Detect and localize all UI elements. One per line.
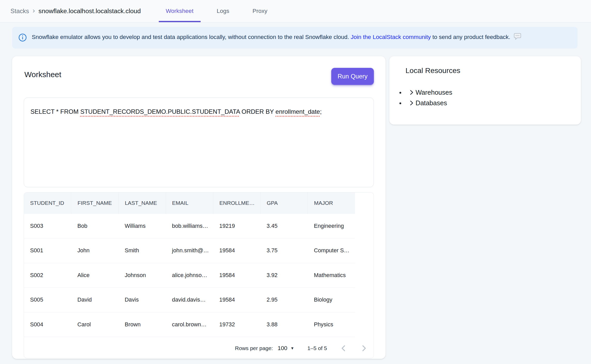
sql-table-identifier: STUDENT_RECORDS_DEMO.PUBLIC.STUDENT_DATA	[80, 108, 240, 115]
cell-first-name: Carol	[71, 312, 119, 337]
chevron-left-icon	[339, 344, 348, 353]
cell-enrollment: 19584	[213, 263, 260, 288]
cell-email: david.davis…	[166, 288, 213, 312]
worksheet-title: Worksheet	[25, 70, 374, 79]
cell-first-name: Bob	[71, 214, 119, 238]
cell-last-name: Williams	[119, 214, 166, 238]
tree-item-databases[interactable]: Databases	[399, 99, 572, 107]
breadcrumb-current-stack: snowflake.localhost.localstack.cloud	[38, 7, 141, 15]
cell-enrollment: 19584	[213, 288, 260, 312]
cell-student-id: S004	[24, 312, 71, 337]
tab-logs[interactable]: Logs	[210, 0, 236, 22]
next-page-button[interactable]	[358, 342, 370, 354]
cell-gpa: 3.88	[261, 312, 308, 337]
breadcrumb: Stacks › snowflake.localhost.localstack.…	[11, 0, 141, 22]
column-header-major: MAJOR	[308, 192, 355, 214]
breadcrumb-stacks-link[interactable]: Stacks	[11, 7, 29, 15]
cell-last-name: Brown	[119, 312, 166, 337]
table-row: S001 John Smith john.smith@… 19584 3.75 …	[24, 238, 355, 263]
banner-text-after: to send any product feedback.	[431, 34, 510, 40]
run-query-button[interactable]: Run Query	[331, 68, 374, 85]
tab-bar: Worksheet Logs Proxy	[159, 0, 274, 22]
cell-student-id: S005	[24, 288, 71, 312]
info-banner: Snowflake emulator allows you to develop…	[12, 27, 578, 48]
cell-gpa: 3.92	[261, 263, 308, 288]
column-header-gpa: GPA	[261, 192, 308, 214]
tab-worksheet[interactable]: Worksheet	[159, 0, 200, 22]
cell-major: Computer S…	[308, 238, 355, 263]
info-icon	[18, 33, 27, 42]
cell-gpa: 2.95	[261, 288, 308, 312]
column-header-email: EMAIL	[166, 192, 213, 214]
top-navigation-bar: Stacks › snowflake.localhost.localstack.…	[0, 0, 591, 22]
query-results-panel: STUDENT_ID FIRST_NAME LAST_NAME EMAIL EN…	[24, 192, 374, 358]
cell-gpa: 3.75	[261, 238, 308, 263]
cell-email: bob.williams…	[166, 214, 213, 238]
tree-item-label: Warehouses	[416, 89, 452, 96]
local-resources-tree: Warehouses Databases	[399, 89, 572, 107]
breadcrumb-separator-icon: ›	[33, 7, 35, 15]
cell-student-id: S001	[24, 238, 71, 263]
table-row: S002 Alice Johnson alice.johnso… 19584 3…	[24, 263, 355, 288]
table-pagination: Rows per page: 100 ▼ 1–5 of 5	[24, 337, 374, 358]
table-row: S005 David Davis david.davis… 19584 2.95…	[24, 288, 355, 312]
column-header-first-name: FIRST_NAME	[71, 192, 119, 214]
sql-column-identifier: enrollment_date	[275, 108, 320, 115]
cell-enrollment: 19219	[213, 214, 260, 238]
column-header-student-id: STUDENT_ID	[24, 192, 71, 214]
cell-student-id: S002	[24, 263, 71, 288]
previous-page-button[interactable]	[338, 342, 350, 354]
local-resources-card: Local Resources Warehouses Databases	[389, 56, 581, 125]
banner-message: Snowflake emulator allows you to develop…	[32, 33, 521, 42]
chevron-right-icon	[409, 100, 415, 106]
cell-gpa: 3.45	[261, 214, 308, 238]
cell-major: Biology	[308, 288, 355, 312]
select-caret-down-icon: ▼	[290, 346, 294, 350]
banner-text-before: Snowflake emulator allows you to develop…	[32, 34, 351, 40]
column-header-last-name: LAST_NAME	[119, 192, 166, 214]
cell-major: Engineering	[308, 214, 355, 238]
active-tab-indicator	[159, 21, 201, 22]
localstack-community-link[interactable]: Join the LocalStack community	[351, 34, 431, 40]
tab-proxy[interactable]: Proxy	[246, 0, 274, 22]
cell-enrollment: 19732	[213, 312, 260, 337]
cell-last-name: Smith	[119, 238, 166, 263]
results-table: STUDENT_ID FIRST_NAME LAST_NAME EMAIL EN…	[24, 192, 355, 337]
cell-enrollment: 19584	[213, 238, 260, 263]
speech-balloon-icon	[514, 33, 521, 42]
rows-per-page-select[interactable]: 100 ▼	[278, 345, 294, 352]
cell-email: john.smith@…	[166, 238, 213, 263]
table-row: S004 Carol Brown carol.brown… 19732 3.88…	[24, 312, 355, 337]
cell-email: carol.brown…	[166, 312, 213, 337]
rows-per-page-value: 100	[278, 345, 287, 352]
cell-email: alice.johnso…	[166, 263, 213, 288]
tree-item-label: Databases	[416, 99, 447, 107]
cell-first-name: Alice	[71, 263, 119, 288]
rows-per-page-label: Rows per page:	[235, 345, 273, 351]
pagination-range: 1–5 of 5	[308, 345, 327, 351]
table-row: S003 Bob Williams bob.williams… 19219 3.…	[24, 214, 355, 238]
worksheet-card: Worksheet Run Query SELECT * FROM STUDEN…	[12, 56, 385, 359]
cell-student-id: S003	[24, 214, 71, 238]
cell-first-name: David	[71, 288, 119, 312]
cell-last-name: Johnson	[119, 263, 166, 288]
snowflake-emulator-page: Stacks › snowflake.localhost.localstack.…	[0, 0, 591, 364]
chevron-right-icon	[409, 90, 415, 95]
cell-first-name: John	[71, 238, 119, 263]
cell-major: Mathematics	[308, 263, 355, 288]
cell-major: Physics	[308, 312, 355, 337]
sql-text: SELECT * FROM	[30, 108, 80, 115]
sql-text: ORDER BY	[240, 108, 275, 115]
sql-editor[interactable]: SELECT * FROM STUDENT_RECORDS_DEMO.PUBLI…	[24, 98, 374, 187]
cell-last-name: Davis	[119, 288, 166, 312]
column-header-enrollment: ENROLLME…	[213, 192, 260, 214]
chevron-right-icon	[359, 344, 368, 353]
sql-text: ;	[320, 108, 322, 115]
tree-item-warehouses[interactable]: Warehouses	[399, 89, 572, 96]
local-resources-title: Local Resources	[406, 66, 572, 75]
table-header-row: STUDENT_ID FIRST_NAME LAST_NAME EMAIL EN…	[24, 192, 355, 214]
